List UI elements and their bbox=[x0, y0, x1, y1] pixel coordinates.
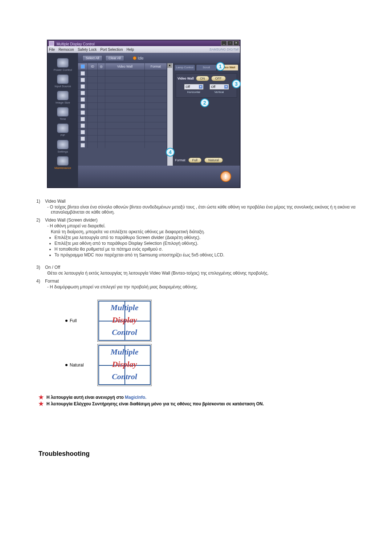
explain-2: 2) Video Wall (Screen divider) - Η οθόνη… bbox=[36, 218, 370, 258]
explain-1: 1) Video Wall - Ο τοίχος βίντεο είναι έν… bbox=[36, 199, 370, 215]
menu-safety-lock[interactable]: Safety Lock bbox=[78, 48, 97, 52]
idle-indicator: Idle bbox=[133, 56, 144, 60]
row-checkbox[interactable] bbox=[81, 104, 85, 108]
callout-2: 2 bbox=[200, 98, 209, 107]
format-thumbnails: Full Multiple Display Control Natural Mu… bbox=[65, 300, 385, 386]
table-row[interactable] bbox=[78, 109, 167, 116]
explain-3-title: On / Off bbox=[45, 265, 269, 270]
row-checkbox[interactable] bbox=[81, 110, 85, 115]
minimize-button[interactable]: _ bbox=[221, 41, 227, 46]
sidebar-item-input-source[interactable]: Input Source bbox=[52, 74, 74, 88]
table-row[interactable] bbox=[78, 129, 167, 135]
explain-4: 4) Format - Η διαμόρφωση μπορεί να επιλε… bbox=[36, 279, 370, 290]
bullet-icon bbox=[65, 364, 68, 366]
video-wall-off-button[interactable]: OFF bbox=[211, 76, 226, 81]
col-format: Format bbox=[145, 63, 167, 70]
bottom-bar: ! bbox=[78, 166, 240, 187]
vertical-select[interactable]: Off▾ bbox=[209, 84, 229, 90]
vertical-label: Vertical bbox=[214, 90, 224, 94]
star-icon: ★ bbox=[38, 395, 44, 400]
app-body: Power Control Input Source Image Size Ti… bbox=[48, 53, 240, 187]
sidebar-item-settings[interactable]: Settings bbox=[52, 140, 74, 153]
table-row[interactable] bbox=[78, 142, 167, 148]
app-window: Multiple Display Control _ ▫ ✕ File Remo… bbox=[47, 40, 240, 188]
idle-dot-icon bbox=[133, 56, 136, 60]
maximize-button[interactable]: ▫ bbox=[227, 41, 233, 46]
format-label: Format bbox=[175, 158, 185, 162]
table-row[interactable] bbox=[78, 96, 167, 102]
select-all-button[interactable]: Select All bbox=[82, 55, 102, 61]
row-checkbox[interactable] bbox=[81, 84, 85, 89]
status-header-icon: ◎ bbox=[100, 65, 103, 68]
thumb-full-image: Multiple Display Control bbox=[97, 300, 152, 342]
video-wall-on-button[interactable]: ON bbox=[196, 76, 209, 81]
scroll-up-icon[interactable]: ▲ bbox=[167, 63, 172, 68]
main-area: Select All Clear All Idle ID ◎ Video Wal… bbox=[78, 53, 240, 187]
header-checkbox[interactable] bbox=[81, 64, 85, 69]
footnote-2: ★ Η λειτουργία Ελέγχου Συντήρησης είναι … bbox=[38, 401, 365, 406]
tab-scroll[interactable]: Scroll bbox=[196, 64, 217, 70]
col-video-wall: Video Wall bbox=[105, 63, 145, 70]
row-checkbox[interactable] bbox=[81, 143, 85, 147]
col-id: ID bbox=[88, 63, 98, 70]
menu-remocon[interactable]: Remocon bbox=[58, 48, 74, 52]
table-row[interactable] bbox=[78, 89, 167, 96]
format-full-button[interactable]: Full bbox=[188, 158, 202, 163]
power-icon bbox=[57, 58, 69, 68]
window-buttons[interactable]: _ ▫ ✕ bbox=[221, 41, 239, 46]
row-checkbox[interactable] bbox=[81, 137, 85, 141]
maintenance-icon bbox=[57, 156, 69, 166]
sidebar-item-maintenance[interactable]: Maintenance bbox=[52, 156, 74, 170]
format-natural-button[interactable]: Natural bbox=[204, 158, 223, 163]
menu-port-selection[interactable]: Port Selection bbox=[100, 48, 123, 52]
callout-1: 1 bbox=[216, 62, 225, 71]
row-checkbox[interactable] bbox=[81, 97, 85, 102]
menu-bar: File Remocon Safety Lock Port Selection … bbox=[48, 46, 240, 53]
divider-dropdowns: Off▾ Horizontal Off▾ Vertical bbox=[177, 84, 235, 94]
sidebar-item-power-control[interactable]: Power Control bbox=[52, 58, 74, 72]
thumb-natural-image: Multiple Display Control bbox=[97, 344, 152, 386]
table-row[interactable] bbox=[78, 83, 167, 89]
table-row[interactable] bbox=[78, 102, 167, 109]
table-row[interactable] bbox=[78, 122, 167, 129]
sidebar: Power Control Input Source Image Size Ti… bbox=[48, 53, 78, 187]
sidebar-item-pip[interactable]: PIP bbox=[52, 123, 74, 137]
table-row[interactable] bbox=[78, 76, 167, 83]
explain-4-title: Format bbox=[45, 279, 198, 284]
close-button[interactable]: ✕ bbox=[233, 41, 239, 46]
explain-3: 3) On / Off Θέτει σε λειτουργία ή εκτός … bbox=[36, 265, 370, 276]
chevron-down-icon: ▾ bbox=[224, 85, 228, 89]
video-wall-label: Video Wall bbox=[177, 77, 194, 80]
display-grid: ID ◎ Video Wall Format bbox=[78, 63, 167, 166]
tab-lamp-control[interactable]: Lamp Control bbox=[174, 64, 195, 70]
clear-all-button[interactable]: Clear All bbox=[105, 55, 124, 61]
sidebar-item-time[interactable]: Time bbox=[52, 107, 74, 121]
explanations: 1) Video Wall - Ο τοίχος βίντεο είναι έν… bbox=[36, 199, 370, 290]
table-row[interactable] bbox=[78, 135, 167, 142]
explain-2-title: Video Wall (Screen divider) bbox=[45, 218, 224, 223]
row-checkbox[interactable] bbox=[81, 130, 85, 134]
star-icon: ★ bbox=[38, 401, 44, 406]
menu-help[interactable]: Help bbox=[126, 48, 134, 52]
row-checkbox[interactable] bbox=[81, 71, 85, 76]
row-checkbox[interactable] bbox=[81, 91, 85, 95]
horizontal-select[interactable]: Off▾ bbox=[184, 84, 204, 90]
panel-tabs: Lamp Control Scroll Video Wall bbox=[173, 63, 240, 70]
heading-troubleshooting: Troubleshooting bbox=[38, 450, 385, 458]
row-checkbox[interactable] bbox=[81, 123, 85, 128]
table-row[interactable] bbox=[78, 116, 167, 122]
input-icon bbox=[57, 74, 69, 84]
explain-1-text: - Ο τοίχος βίντεο είναι ένα σύνολο οθονώ… bbox=[45, 204, 370, 215]
menu-file[interactable]: File bbox=[49, 48, 55, 52]
chevron-down-icon: ▾ bbox=[199, 85, 203, 89]
sidebar-item-image-size[interactable]: Image Size bbox=[52, 91, 74, 104]
table-row[interactable] bbox=[78, 70, 167, 76]
row-checkbox[interactable] bbox=[81, 78, 85, 82]
brand-text: SAMSUNG DIGITall bbox=[209, 48, 238, 51]
format-row: Format Full Natural bbox=[175, 158, 238, 163]
app-icon bbox=[49, 41, 54, 46]
row-checkbox[interactable] bbox=[81, 117, 85, 121]
grid-toolbar: Select All Clear All Idle bbox=[78, 53, 240, 63]
title-text: Multiple Display Control bbox=[57, 42, 95, 46]
right-panel: Lamp Control Scroll Video Wall Video Wal… bbox=[173, 63, 240, 166]
